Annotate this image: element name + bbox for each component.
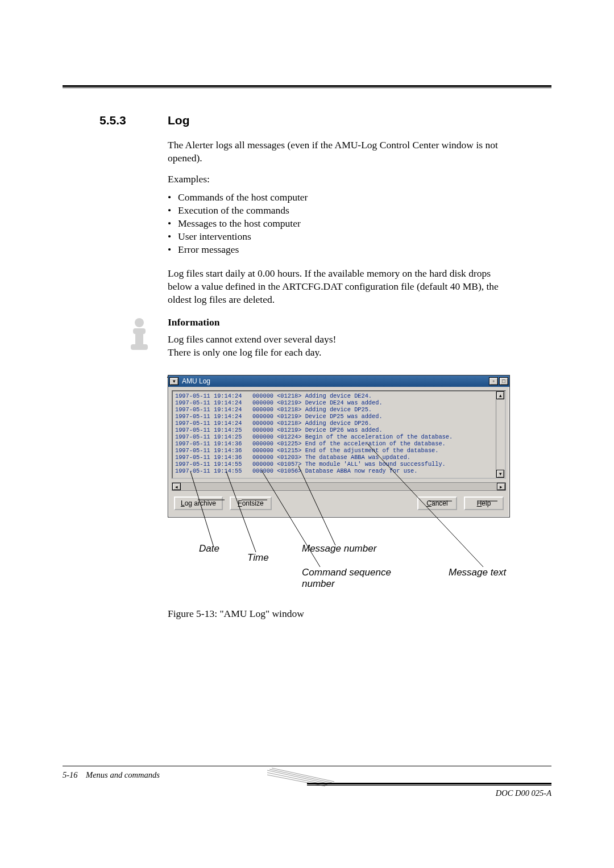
figure-caption: Figure 5-13: "AMU Log" window bbox=[168, 608, 304, 620]
fontsize-button[interactable]: Fontsize bbox=[230, 496, 272, 510]
callout-cmdseq-l2: number bbox=[302, 578, 335, 589]
paragraph-intro: The Alerter logs all messages (even if t… bbox=[168, 139, 506, 165]
section-title: Log bbox=[168, 114, 189, 127]
svg-line-15 bbox=[272, 768, 334, 782]
page-number: 5-16 bbox=[63, 770, 78, 779]
list-item: Error messages bbox=[168, 243, 506, 256]
scroll-right-icon[interactable]: ▸ bbox=[497, 483, 505, 490]
callout-date: Date bbox=[199, 543, 219, 554]
log-text-area[interactable]: 1997-05-11 19:14:24 000000 <01218> Addin… bbox=[172, 390, 506, 479]
list-item: Execution of the commands bbox=[168, 204, 506, 217]
examples-list: Commands of the host computer Execution … bbox=[168, 191, 506, 256]
svg-point-0 bbox=[135, 318, 144, 327]
section-number: 5.5.3 bbox=[99, 114, 126, 127]
footer-right-rule bbox=[307, 783, 551, 786]
footer-left: 5-16 Menus and commands bbox=[63, 770, 160, 780]
svg-line-13 bbox=[267, 770, 330, 784]
list-item: Commands of the host computer bbox=[168, 191, 506, 204]
info-line2: There is only one log file for each day. bbox=[168, 347, 322, 358]
cancel-button[interactable]: Cancel bbox=[417, 496, 457, 510]
window-title: AMU Log bbox=[182, 377, 489, 385]
amu-log-window: ▾ AMU Log ▫ □ 1997-05-11 19:14:24 000000… bbox=[168, 375, 510, 518]
paragraph-info: Log files cannot extend over several day… bbox=[168, 333, 506, 359]
info-heading: Information bbox=[168, 316, 506, 329]
scroll-down-icon[interactable]: ▾ bbox=[496, 470, 504, 478]
callout-message-number: Message number bbox=[302, 543, 376, 554]
list-item: Messages to the host computer bbox=[168, 217, 506, 230]
footer-right: DOC D00 025-A bbox=[496, 788, 551, 798]
callout-cmdseq-l1: Command sequence bbox=[302, 567, 391, 578]
restore-icon[interactable]: ▫ bbox=[489, 377, 498, 385]
log-archive-button[interactable]: Log archive bbox=[174, 496, 223, 510]
svg-line-14 bbox=[269, 769, 332, 783]
scroll-up-icon[interactable]: ▴ bbox=[496, 391, 504, 399]
info-line1: Log files cannot extend over several day… bbox=[168, 333, 336, 345]
top-rule bbox=[63, 85, 551, 88]
paragraph-examples: Examples: bbox=[168, 173, 506, 186]
footer-rule bbox=[63, 766, 551, 766]
maximize-icon[interactable]: □ bbox=[499, 377, 508, 385]
footer-section: Menus and commands bbox=[86, 770, 160, 779]
info-icon bbox=[125, 316, 154, 350]
callout-message-text: Message text bbox=[449, 567, 506, 578]
help-button[interactable]: Help bbox=[464, 496, 504, 510]
titlebar: ▾ AMU Log ▫ □ bbox=[168, 375, 509, 387]
vertical-scrollbar[interactable]: ▴ ▾ bbox=[496, 391, 505, 478]
log-lines: 1997-05-11 19:14:24 000000 <01218> Addin… bbox=[175, 393, 453, 474]
system-menu-icon[interactable]: ▾ bbox=[169, 377, 179, 385]
scroll-left-icon[interactable]: ◂ bbox=[172, 483, 181, 490]
amu-log-window-figure: . ▾ AMU Log ▫ □ 1997-05-11 19:14:24 0000… bbox=[168, 375, 510, 518]
callout-time: Time bbox=[247, 552, 269, 564]
paragraph-logfiles: Log files start daily at 0.00 hours. If … bbox=[168, 267, 506, 306]
button-row: Log archive Fontsize Cancel Help bbox=[168, 493, 509, 517]
list-item: User interventions bbox=[168, 230, 506, 243]
callout-command-sequence: Command sequence number bbox=[302, 567, 391, 590]
horizontal-scrollbar[interactable]: ◂ ▸ bbox=[172, 482, 506, 491]
svg-rect-3 bbox=[131, 344, 148, 350]
footer-ornament bbox=[267, 767, 335, 790]
